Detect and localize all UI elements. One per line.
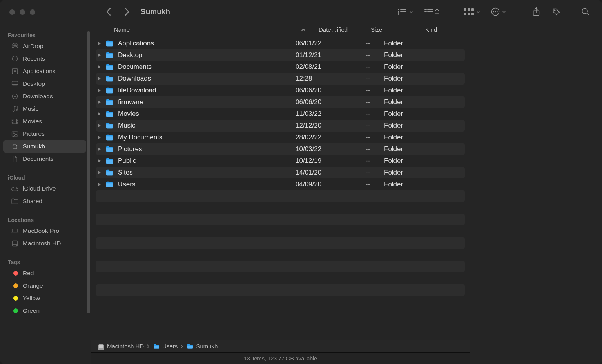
disclosure-triangle-icon[interactable] [98, 65, 105, 69]
disclosure-triangle-icon[interactable] [98, 171, 105, 175]
home-icon [11, 142, 19, 150]
sidebar-item-orange[interactable]: Orange [3, 279, 86, 292]
file-row[interactable]: Music12/12/20--Folder [96, 120, 465, 132]
folder-icon [187, 344, 194, 349]
disclosure-triangle-icon[interactable] [98, 135, 105, 139]
empty-row [96, 272, 465, 284]
disclosure-triangle-icon[interactable] [98, 41, 105, 45]
file-row[interactable]: Pictures10/03/22--Folder [96, 143, 465, 155]
action-menu-button[interactable] [491, 7, 506, 16]
disk-icon [11, 240, 19, 247]
shared-folder-icon [11, 197, 19, 205]
svg-rect-38 [464, 13, 466, 15]
empty-row [96, 284, 465, 296]
sidebar-item-green[interactable]: Green [3, 305, 86, 317]
sidebar-item-shared[interactable]: Shared [3, 195, 86, 207]
disclosure-triangle-icon[interactable] [98, 159, 105, 163]
file-list[interactable]: Applications06/01/22--FolderDesktop01/12… [91, 36, 470, 340]
sidebar-section-header[interactable]: Tags [0, 256, 89, 267]
svg-marker-54 [98, 88, 101, 92]
sidebar-item-documents[interactable]: Documents [3, 153, 86, 165]
svg-rect-18 [12, 229, 18, 232]
file-kind: Folder [384, 133, 465, 141]
disclosure-triangle-icon[interactable] [98, 77, 105, 81]
view-list-button[interactable] [397, 8, 413, 15]
svg-rect-9 [12, 119, 18, 124]
list-icon [397, 8, 407, 15]
view-options-button[interactable] [464, 8, 480, 15]
file-row[interactable]: Downloads12:28--Folder [96, 73, 465, 85]
sidebar-item-red[interactable]: Red [3, 267, 86, 279]
file-row[interactable]: Documents02/08/21--Folder [96, 61, 465, 73]
disclosure-triangle-icon[interactable] [98, 100, 105, 104]
path-crumb[interactable]: Macintosh HD [98, 343, 144, 350]
sidebar-item-airdrop[interactable]: AirDrop [3, 40, 86, 52]
disclosure-triangle-icon[interactable] [98, 147, 105, 151]
file-row[interactable]: Movies11/03/22--Folder [96, 108, 465, 120]
sidebar-section-header[interactable]: Locations [0, 214, 89, 225]
laptop-icon [11, 227, 19, 235]
column-header-size[interactable]: Size [371, 26, 414, 33]
disclosure-triangle-icon[interactable] [98, 112, 105, 116]
sidebar-section-header[interactable]: iCloud [0, 171, 89, 182]
status-text: 13 items, 123.77 GB available [244, 355, 317, 362]
file-row[interactable]: firmware06/06/20--Folder [96, 96, 465, 108]
path-crumb[interactable]: Users [153, 343, 178, 350]
file-date: 28/02/22 [296, 133, 341, 141]
file-row[interactable]: Applications06/01/22--Folder [96, 38, 465, 49]
sidebar-section-header[interactable]: Favourites [0, 29, 89, 40]
disclosure-triangle-icon[interactable] [98, 53, 105, 57]
disclosure-triangle-icon[interactable] [98, 88, 105, 92]
sidebar-item-movies[interactable]: Movies [3, 115, 86, 128]
svg-point-27 [398, 14, 399, 14]
sidebar-item-pictures[interactable]: Pictures [3, 128, 86, 140]
file-row[interactable]: Desktop01/12/21--Folder [96, 49, 465, 61]
group-by-button[interactable] [424, 8, 439, 15]
column-header-name[interactable]: Name [114, 26, 312, 33]
tags-button[interactable] [551, 6, 562, 17]
file-row[interactable]: Users04/09/20--Folder [96, 178, 465, 190]
column-header-kind[interactable]: Kind [421, 26, 470, 33]
minimize-window-button[interactable] [20, 9, 25, 15]
file-row[interactable]: Public10/12/19--Folder [96, 155, 465, 167]
file-kind: Folder [384, 98, 465, 106]
sidebar-item-applications[interactable]: Applications [3, 65, 86, 77]
column-label: Date…ified [319, 26, 348, 33]
file-date: 06/06/20 [296, 86, 341, 94]
disk-icon [98, 344, 105, 349]
documents-icon [11, 155, 19, 163]
sidebar-item-yellow[interactable]: Yellow [3, 292, 86, 305]
sidebar-item-label: Documents [23, 155, 53, 162]
close-window-button[interactable] [9, 9, 15, 15]
sidebar-item-recents[interactable]: Recents [3, 52, 86, 65]
sidebar-item-label: Applications [23, 68, 56, 75]
back-button[interactable] [102, 6, 115, 17]
file-date: 04/09/20 [296, 180, 341, 188]
file-size: -- [341, 86, 384, 94]
file-row[interactable]: fileDownload06/06/20--Folder [96, 85, 465, 96]
svg-point-43 [495, 11, 496, 12]
disclosure-triangle-icon[interactable] [98, 124, 105, 128]
file-row[interactable]: Sites14/01/20--Folder [96, 167, 465, 178]
sidebar-item-macintosh-hd[interactable]: Macintosh HD [3, 237, 86, 250]
sidebar-item-label: iCloud Drive [23, 185, 56, 192]
svg-rect-40 [471, 13, 474, 15]
forward-button[interactable] [120, 6, 133, 17]
file-kind: Folder [384, 110, 465, 118]
sidebar-item-icloud-drive[interactable]: iCloud Drive [3, 182, 86, 195]
svg-marker-58 [98, 135, 101, 139]
share-button[interactable] [531, 6, 542, 17]
sidebar-item-downloads[interactable]: Downloads [3, 90, 86, 103]
folder-icon [105, 87, 114, 94]
sidebar-item-music[interactable]: Music [3, 103, 86, 115]
column-header-date[interactable]: Date…ified [319, 26, 364, 33]
file-row[interactable]: My Documents28/02/22--Folder [96, 132, 465, 143]
disclosure-triangle-icon[interactable] [98, 182, 105, 186]
sidebar-item-macbook-pro[interactable]: MacBook Pro [3, 225, 86, 237]
search-button[interactable] [580, 6, 591, 17]
sidebar-scrollbar[interactable] [87, 31, 90, 313]
sidebar-item-desktop[interactable]: Desktop [3, 77, 86, 90]
zoom-window-button[interactable] [30, 9, 35, 15]
path-crumb[interactable]: Sumukh [187, 343, 218, 350]
sidebar-item-sumukh[interactable]: Sumukh [3, 140, 86, 153]
